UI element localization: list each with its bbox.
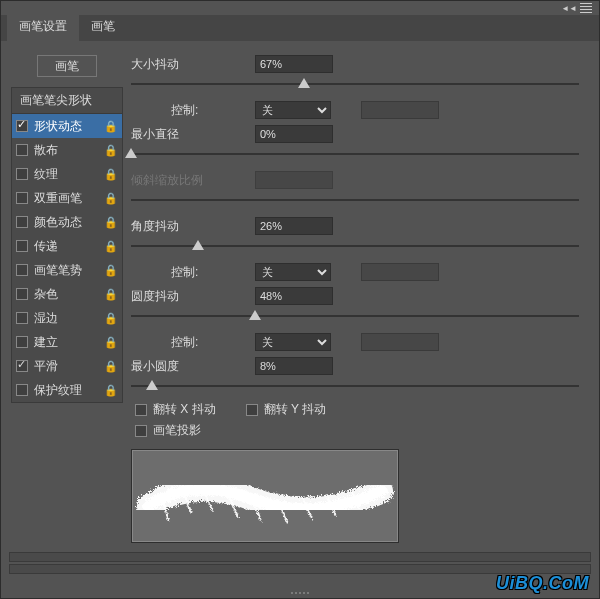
list-item-2[interactable]: 纹理🔒 [12, 162, 122, 186]
lock-icon[interactable]: 🔒 [104, 336, 118, 349]
label-size-jitter: 大小抖动 [131, 56, 251, 73]
label-angle-jitter: 角度抖动 [131, 218, 251, 235]
brush-preview [131, 449, 399, 543]
lock-icon[interactable]: 🔒 [104, 192, 118, 205]
brush-preset-button[interactable]: 画笔 [37, 55, 97, 77]
checkbox-icon[interactable] [16, 120, 28, 132]
list-item-label: 画笔笔势 [34, 262, 82, 279]
lock-icon[interactable]: 🔒 [104, 288, 118, 301]
flyout-menu-icon[interactable] [579, 2, 593, 14]
list-item-6[interactable]: 画笔笔势🔒 [12, 258, 122, 282]
checkbox-icon[interactable] [16, 288, 28, 300]
list-item-4[interactable]: 颜色动态🔒 [12, 210, 122, 234]
checkbox-icon[interactable] [16, 384, 28, 396]
checkbox-icon[interactable] [16, 144, 28, 156]
lock-icon[interactable]: 🔒 [104, 144, 118, 157]
brush-settings-panel: ◄◄ 画笔设置 画笔 画笔 画笔笔尖形状 形状动态🔒散布🔒纹理🔒双重画笔🔒颜色动… [0, 0, 600, 599]
lock-icon[interactable]: 🔒 [104, 360, 118, 373]
options-list: 画笔笔尖形状 形状动态🔒散布🔒纹理🔒双重画笔🔒颜色动态🔒传递🔒画笔笔势🔒杂色🔒湿… [11, 87, 123, 403]
slider-min-round[interactable] [131, 379, 579, 393]
checkbox-icon[interactable] [16, 192, 28, 204]
collapse-icon[interactable]: ◄◄ [561, 4, 577, 13]
value-round-jitter[interactable]: 48% [255, 287, 333, 305]
label-round-jitter: 圆度抖动 [131, 288, 251, 305]
lock-icon[interactable]: 🔒 [104, 312, 118, 325]
lock-icon[interactable]: 🔒 [104, 216, 118, 229]
resize-grip-icon[interactable] [278, 590, 322, 596]
label-min-round: 最小圆度 [131, 358, 251, 375]
slider-round-jitter[interactable] [131, 309, 579, 323]
list-header[interactable]: 画笔笔尖形状 [12, 88, 122, 114]
label-control-3: 控制: [131, 334, 251, 351]
checkbox-icon[interactable] [16, 168, 28, 180]
tab-brush[interactable]: 画笔 [79, 12, 127, 41]
label-control-2: 控制: [131, 264, 251, 281]
list-item-5[interactable]: 传递🔒 [12, 234, 122, 258]
list-item-label: 平滑 [34, 358, 58, 375]
value-size-jitter[interactable]: 67% [255, 55, 333, 73]
flip-checks: 翻转 X 抖动 翻转 Y 抖动 [135, 401, 579, 418]
list-item-label: 传递 [34, 238, 58, 255]
list-item-label: 杂色 [34, 286, 58, 303]
lock-icon[interactable]: 🔒 [104, 240, 118, 253]
list-item-3[interactable]: 双重画笔🔒 [12, 186, 122, 210]
checkbox-icon[interactable] [16, 312, 28, 324]
slider-angle-jitter[interactable] [131, 239, 579, 253]
lock-icon[interactable]: 🔒 [104, 384, 118, 397]
slider-size-jitter[interactable] [131, 77, 579, 91]
value-angle-jitter[interactable]: 26% [255, 217, 333, 235]
list-item-7[interactable]: 杂色🔒 [12, 282, 122, 306]
lock-icon[interactable]: 🔒 [104, 168, 118, 181]
checkbox-icon[interactable] [16, 264, 28, 276]
tab-brush-settings[interactable]: 画笔设置 [7, 12, 79, 41]
label-tilt-scale: 倾斜缩放比例 [131, 172, 251, 189]
list-item-10[interactable]: 平滑🔒 [12, 354, 122, 378]
list-item-label: 颜色动态 [34, 214, 82, 231]
checkbox-icon[interactable] [16, 216, 28, 228]
list-item-label: 双重画笔 [34, 190, 82, 207]
value-min-diameter[interactable]: 0% [255, 125, 333, 143]
list-item-label: 保护纹理 [34, 382, 82, 399]
row-min-diameter: 最小直径 0% [131, 123, 579, 145]
value-min-round[interactable]: 8% [255, 357, 333, 375]
checkbox-icon[interactable] [16, 240, 28, 252]
select-control-3[interactable]: 关 [255, 333, 331, 351]
extra-box-2 [361, 263, 439, 281]
slider-tilt-scale [131, 193, 579, 207]
check-flip-y[interactable]: 翻转 Y 抖动 [246, 401, 326, 418]
row-control-3: 控制: 关 [131, 331, 579, 353]
list-item-1[interactable]: 散布🔒 [12, 138, 122, 162]
list-item-9[interactable]: 建立🔒 [12, 330, 122, 354]
titlebar: ◄◄ [1, 1, 599, 15]
checkbox-icon[interactable] [16, 336, 28, 348]
bottom-bars [9, 550, 591, 574]
watermark: UiBQ.CoM [496, 573, 589, 594]
slider-min-diameter[interactable] [131, 147, 579, 161]
checkbox-icon[interactable] [16, 360, 28, 372]
extra-box-1 [361, 101, 439, 119]
left-column: 画笔 画笔笔尖形状 形状动态🔒散布🔒纹理🔒双重画笔🔒颜色动态🔒传递🔒画笔笔势🔒杂… [11, 53, 123, 543]
list-item-label: 湿边 [34, 310, 58, 327]
extra-box-3 [361, 333, 439, 351]
list-item-label: 建立 [34, 334, 58, 351]
list-item-8[interactable]: 湿边🔒 [12, 306, 122, 330]
lock-icon[interactable]: 🔒 [104, 264, 118, 277]
label-control-1: 控制: [131, 102, 251, 119]
list-item-label: 形状动态 [34, 118, 82, 135]
select-control-2[interactable]: 关 [255, 263, 331, 281]
row-control-2: 控制: 关 [131, 261, 579, 283]
list-item-label: 纹理 [34, 166, 58, 183]
row-round-jitter: 圆度抖动 48% [131, 285, 579, 307]
row-control-1: 控制: 关 [131, 99, 579, 121]
lock-icon[interactable]: 🔒 [104, 120, 118, 133]
tab-bar: 画笔设置 画笔 [1, 15, 599, 41]
list-item-11[interactable]: 保护纹理🔒 [12, 378, 122, 402]
row-tilt-scale: 倾斜缩放比例 [131, 169, 579, 191]
list-item-0[interactable]: 形状动态🔒 [12, 114, 122, 138]
row-size-jitter: 大小抖动 67% [131, 53, 579, 75]
check-brush-projection[interactable]: 画笔投影 [135, 422, 579, 439]
check-flip-x[interactable]: 翻转 X 抖动 [135, 401, 216, 418]
row-angle-jitter: 角度抖动 26% [131, 215, 579, 237]
select-control-1[interactable]: 关 [255, 101, 331, 119]
value-tilt-scale [255, 171, 333, 189]
